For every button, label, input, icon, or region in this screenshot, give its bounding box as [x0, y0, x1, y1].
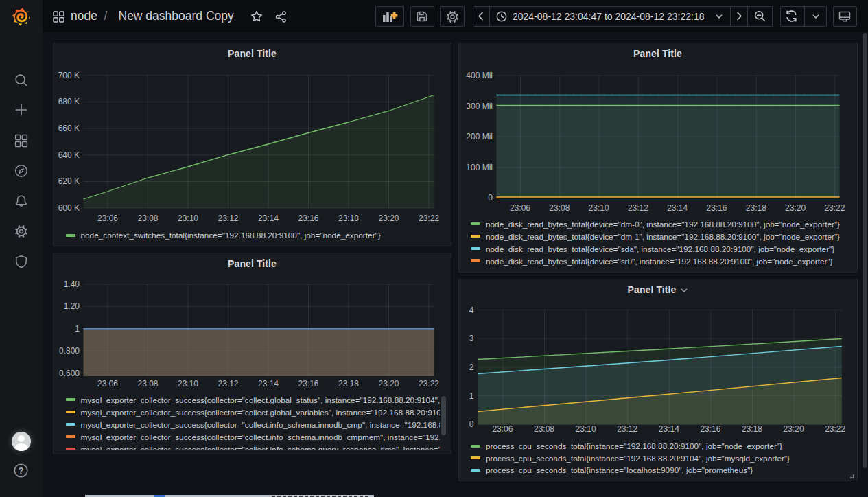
svg-text:?: ?: [19, 466, 24, 476]
